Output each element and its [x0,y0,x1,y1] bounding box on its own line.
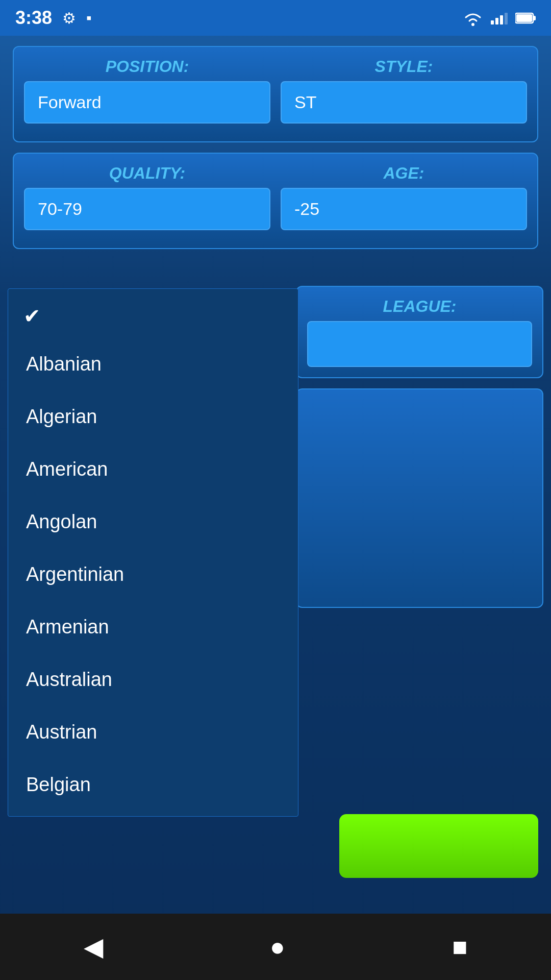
signal-bar-3 [500,15,503,24]
svg-rect-3 [516,14,532,22]
dropdown-item-austrian[interactable]: Austrian [8,706,298,758]
league-input[interactable] [307,321,532,367]
dropdown-item-angolan[interactable]: Angolan [8,496,298,548]
style-label: STYLE: [281,57,527,76]
dropdown-item-armenian[interactable]: Armenian [8,601,298,653]
settings-icon: ⚙ [62,9,76,27]
nationality-dropdown[interactable]: ✔ Albanian Algerian American Angolan Arg… [8,288,298,817]
sim-icon: ▪ [86,9,92,27]
position-style-row: POSITION: Forward STYLE: ST [24,57,527,124]
age-input[interactable]: -25 [281,188,527,230]
dropdown-checkmark[interactable]: ✔ [8,294,298,338]
main-content: POSITION: Forward STYLE: ST QUALITY: 70-… [0,36,551,270]
league-label: LEAGUE: [307,297,532,316]
quality-age-section: QUALITY: 70-79 AGE: -25 [13,153,538,249]
league-section: LEAGUE: [296,286,543,608]
quality-label: QUALITY: [24,164,270,183]
svg-point-0 [471,23,474,26]
dropdown-item-american[interactable]: American [8,443,298,496]
status-bar: 3:38 ⚙ ▪ [0,0,551,36]
battery-icon [515,12,536,24]
status-bar-right [463,9,536,27]
quality-col: QUALITY: 70-79 [24,164,270,230]
signal-bar-1 [491,20,494,24]
position-col: POSITION: Forward [24,57,270,124]
status-time: 3:38 [15,7,52,29]
signal-bars [491,12,508,24]
style-input[interactable]: ST [281,81,527,124]
back-button[interactable]: ◀ [84,932,103,962]
svg-rect-2 [533,16,536,20]
dropdown-item-belgian[interactable]: Belgian [8,758,298,811]
recent-button[interactable]: ■ [452,932,467,962]
signal-bar-4 [505,13,508,24]
status-bar-left: 3:38 ⚙ ▪ [15,7,92,29]
dropdown-item-algerian[interactable]: Algerian [8,390,298,443]
search-button[interactable] [339,814,538,878]
quality-age-row: QUALITY: 70-79 AGE: -25 [24,164,527,230]
wifi-icon [463,9,483,27]
dropdown-item-argentinian[interactable]: Argentinian [8,548,298,601]
results-area [296,388,543,608]
position-style-section: POSITION: Forward STYLE: ST [13,46,538,142]
navigation-bar: ◀ ● ■ [0,914,551,980]
position-label: POSITION: [24,57,270,76]
style-col: STYLE: ST [281,57,527,124]
quality-input[interactable]: 70-79 [24,188,270,230]
league-container: LEAGUE: [296,286,543,378]
dropdown-item-australian[interactable]: Australian [8,653,298,706]
dropdown-item-albanian[interactable]: Albanian [8,338,298,390]
home-button[interactable]: ● [270,932,285,962]
age-label: AGE: [281,164,527,183]
position-input[interactable]: Forward [24,81,270,124]
age-col: AGE: -25 [281,164,527,230]
signal-bar-2 [495,18,498,24]
